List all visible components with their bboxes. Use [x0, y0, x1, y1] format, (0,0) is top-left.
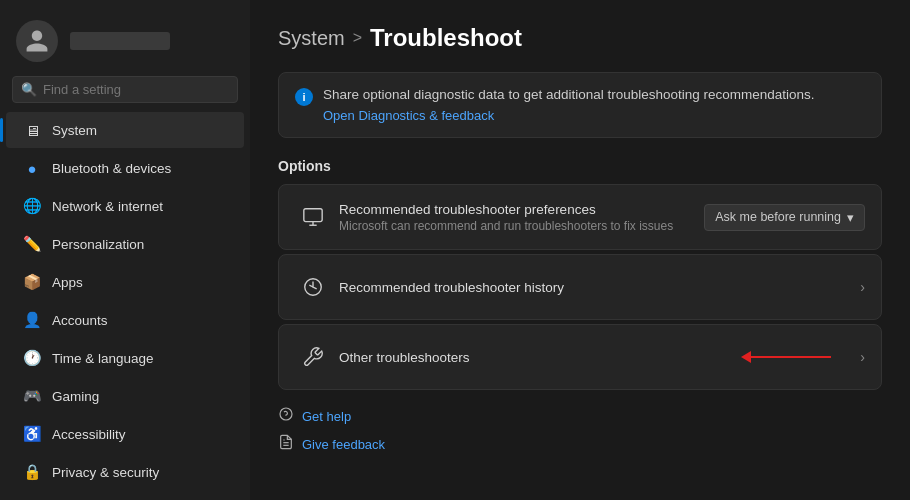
privacy-icon: 🔒: [22, 462, 42, 482]
sidebar-item-privacy[interactable]: 🔒 Privacy & security: [6, 454, 244, 490]
other-right: ›: [860, 349, 865, 365]
history-text: Recommended troubleshooter history: [339, 280, 860, 295]
sidebar-item-gaming[interactable]: 🎮 Gaming: [6, 378, 244, 414]
arrow-head: [741, 351, 751, 363]
svg-point-4: [280, 408, 292, 420]
accessibility-icon: ♿: [22, 424, 42, 444]
avatar: [16, 20, 58, 62]
other-troubleshooters-card[interactable]: Other troubleshooters ›: [278, 324, 882, 390]
recommended-prefs-card[interactable]: Recommended troubleshooter preferences M…: [278, 184, 882, 250]
arrow-line: [751, 356, 831, 358]
breadcrumb: System > Troubleshoot: [278, 24, 882, 52]
search-input[interactable]: [43, 82, 229, 97]
username-placeholder: [70, 32, 170, 50]
info-icon: i: [295, 88, 313, 106]
other-icon: [295, 339, 331, 375]
sidebar-item-time[interactable]: 🕐 Time & language: [6, 340, 244, 376]
bottom-links: Get help Give feedback: [278, 406, 882, 454]
prefs-right: Ask me before running ▾: [704, 204, 865, 231]
sidebar-item-personalization[interactable]: ✏️ Personalization: [6, 226, 244, 262]
search-icon: 🔍: [21, 82, 37, 97]
arrow-annotation: [741, 351, 831, 363]
apps-icon: 📦: [22, 272, 42, 292]
give-feedback-link[interactable]: Give feedback: [278, 434, 882, 454]
breadcrumb-current: Troubleshoot: [370, 24, 522, 52]
gaming-icon: 🎮: [22, 386, 42, 406]
network-icon: 🌐: [22, 196, 42, 216]
sidebar-item-windows-update[interactable]: 🔄 Windows Update: [6, 491, 244, 500]
give-feedback-icon: [278, 434, 294, 454]
chevron-right-icon: ›: [860, 279, 865, 295]
get-help-link[interactable]: Get help: [278, 406, 882, 426]
history-icon: [295, 269, 331, 305]
accounts-icon: 👤: [22, 310, 42, 330]
sidebar-item-accounts[interactable]: 👤 Accounts: [6, 302, 244, 338]
search-box[interactable]: 🔍: [12, 76, 238, 103]
prefs-subtitle: Microsoft can recommend and run troubles…: [339, 219, 704, 233]
sidebar-item-system[interactable]: 🖥 System: [6, 112, 244, 148]
prefs-text: Recommended troubleshooter preferences M…: [339, 202, 704, 233]
user-section: [0, 10, 250, 76]
bluetooth-icon: ●: [22, 158, 42, 178]
sidebar-item-bluetooth[interactable]: ● Bluetooth & devices: [6, 150, 244, 186]
sidebar-item-accessibility[interactable]: ♿ Accessibility: [6, 416, 244, 452]
personalization-icon: ✏️: [22, 234, 42, 254]
main-content: System > Troubleshoot i Share optional d…: [250, 0, 910, 500]
recommended-history-card[interactable]: Recommended troubleshooter history ›: [278, 254, 882, 320]
prefs-dropdown[interactable]: Ask me before running ▾: [704, 204, 865, 231]
sidebar-item-network[interactable]: 🌐 Network & internet: [6, 188, 244, 224]
history-right: ›: [860, 279, 865, 295]
breadcrumb-arrow: >: [353, 29, 362, 47]
sidebar: 🔍 🖥 System ● Bluetooth & devices 🌐 Netwo…: [0, 0, 250, 500]
time-icon: 🕐: [22, 348, 42, 368]
options-section-title: Options: [278, 158, 882, 174]
get-help-icon: [278, 406, 294, 426]
system-icon: 🖥: [22, 120, 42, 140]
prefs-title: Recommended troubleshooter preferences: [339, 202, 704, 217]
chevron-down-icon: ▾: [847, 210, 854, 225]
info-text: Share optional diagnostic data to get ad…: [323, 87, 815, 102]
chevron-right-icon-2: ›: [860, 349, 865, 365]
info-banner: i Share optional diagnostic data to get …: [278, 72, 882, 138]
history-title: Recommended troubleshooter history: [339, 280, 860, 295]
breadcrumb-parent: System: [278, 27, 345, 50]
sidebar-item-apps[interactable]: 📦 Apps: [6, 264, 244, 300]
svg-rect-0: [304, 209, 322, 222]
info-content: Share optional diagnostic data to get ad…: [323, 87, 815, 123]
prefs-icon: [295, 199, 331, 235]
open-diagnostics-link[interactable]: Open Diagnostics & feedback: [323, 108, 815, 123]
